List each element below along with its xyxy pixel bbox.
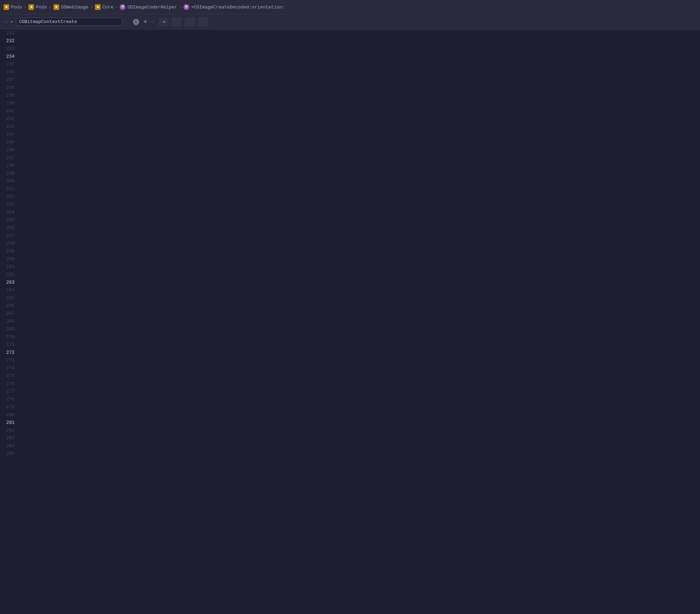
code-line (23, 372, 700, 380)
line-number: 233 (1, 45, 15, 53)
add-search-button[interactable]: + (142, 18, 149, 25)
line-number: 273 (1, 357, 15, 364)
prev-match-button[interactable] (171, 17, 182, 27)
line-number: 284 (1, 442, 15, 450)
line-number: 245 (1, 138, 15, 146)
contains-chevron-icon: ▾ (163, 19, 165, 25)
folder-icon-3: ◼ (53, 4, 59, 10)
search-input-wrap[interactable] (16, 18, 122, 26)
line-number: 271 (1, 341, 15, 349)
line-number: 270 (1, 333, 15, 341)
code-line (23, 185, 700, 193)
breadcrumb-label-5[interactable]: SDImageCoderHelper (127, 5, 177, 10)
code-line (23, 427, 700, 434)
folder-icon-1: ◼ (4, 4, 9, 10)
line-number: 281 (1, 419, 15, 427)
breadcrumb-label-1[interactable]: Pods (11, 5, 22, 10)
code-area: 2312322332342352362372382392402412422432… (0, 29, 700, 614)
code-line (23, 403, 700, 411)
line-number: 277 (1, 388, 15, 396)
close-search-button[interactable]: ✕ (133, 19, 139, 25)
line-number: 260 (1, 255, 15, 263)
breadcrumb-label-3[interactable]: SDWebImage (61, 5, 89, 10)
code-line (23, 61, 700, 68)
code-line (23, 131, 700, 138)
line-number: 262 (1, 271, 15, 279)
contains-dropdown[interactable]: ▾ (158, 18, 168, 26)
code-line (23, 357, 700, 364)
code-line (23, 310, 700, 318)
code-line (23, 123, 700, 131)
line-number: 266 (1, 302, 15, 310)
breadcrumb-pods-2[interactable]: ◼ Pods › (28, 4, 51, 10)
next-match-button[interactable] (185, 17, 195, 27)
line-number: 246 (1, 146, 15, 154)
line-number: 274 (1, 364, 15, 372)
line-number: 253 (1, 201, 15, 209)
breadcrumb-label-4[interactable]: Core (102, 5, 113, 10)
case-sensitive-button[interactable] (151, 21, 156, 23)
line-number: 258 (1, 240, 15, 248)
code-line (23, 434, 700, 442)
code-line (23, 92, 700, 100)
line-number: 236 (1, 68, 15, 76)
line-number: 249 (1, 170, 15, 177)
line-number: 255 (1, 216, 15, 224)
folder-icon-2: ◼ (28, 4, 34, 10)
line-number: 280 (1, 411, 15, 419)
line-number: 243 (1, 123, 15, 131)
line-number: 244 (1, 131, 15, 138)
line-number: 241 (1, 107, 15, 115)
code-content[interactable] (18, 29, 700, 614)
method-icon-1: M (120, 4, 125, 10)
line-number: 247 (1, 154, 15, 162)
breadcrumb-helper-class[interactable]: M SDImageCoderHelper › (120, 4, 181, 10)
code-line (23, 396, 700, 403)
line-number: 257 (1, 232, 15, 240)
breadcrumb-label-2[interactable]: Pods (36, 5, 47, 10)
code-line (23, 294, 700, 302)
code-line (23, 318, 700, 325)
code-line (23, 170, 700, 177)
folder-icon-4: ◼ (95, 4, 101, 10)
code-line (23, 115, 700, 123)
code-line (23, 302, 700, 310)
line-number: 248 (1, 162, 15, 170)
search-input[interactable] (19, 19, 111, 24)
line-number: 276 (1, 380, 15, 388)
code-line (23, 286, 700, 294)
breadcrumb-method[interactable]: M +CGImageCreateDecoded:orientation: (184, 4, 285, 10)
breadcrumb-label-6[interactable]: +CGImageCreateDecoded:orientation: (191, 5, 285, 10)
code-line (23, 154, 700, 162)
doc-button[interactable] (198, 17, 209, 27)
breadcrumb-core[interactable]: ◼ Core › (95, 4, 118, 10)
line-number: 263 (1, 279, 15, 286)
breadcrumb-pods-1[interactable]: ◼ Pods › (4, 4, 26, 10)
titlebar: ◼ Pods › ◼ Pods › ◼ SDWebImage › ◼ Core … (0, 0, 700, 15)
line-number: 285 (1, 450, 15, 458)
code-line (23, 107, 700, 115)
line-number: 268 (1, 318, 15, 325)
line-number: 234 (1, 53, 15, 61)
method-icon-2: M (184, 4, 189, 10)
code-line (23, 53, 700, 61)
code-line (23, 76, 700, 84)
code-line (23, 100, 700, 107)
code-line (23, 411, 700, 419)
code-line (23, 29, 700, 37)
line-number: 231 (1, 29, 15, 37)
line-number: 256 (1, 224, 15, 232)
find-label (4, 21, 8, 23)
line-number: 278 (1, 396, 15, 403)
code-line (23, 232, 700, 240)
find-dropdown[interactable]: ▾ (11, 19, 13, 24)
code-line (23, 450, 700, 458)
breadcrumb-sdwebimage[interactable]: ◼ SDWebImage › (53, 4, 93, 10)
code-line (23, 177, 700, 185)
line-number: 237 (1, 76, 15, 84)
code-line (23, 240, 700, 248)
line-number: 252 (1, 193, 15, 201)
line-number: 283 (1, 434, 15, 442)
line-number: 269 (1, 325, 15, 333)
code-line (23, 138, 700, 146)
